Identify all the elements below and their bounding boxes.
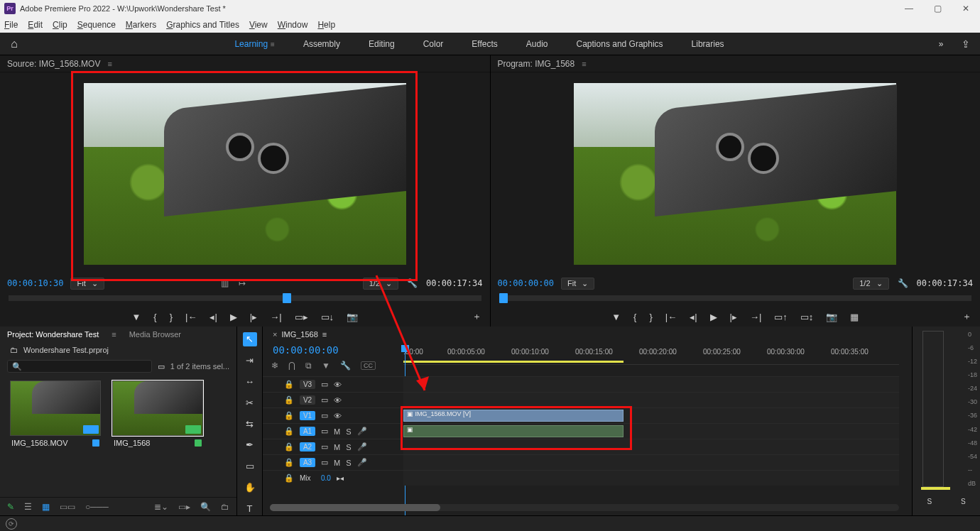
- timeline-menu-icon[interactable]: ≡: [322, 330, 327, 339]
- source-insert-icon[interactable]: ↦: [239, 278, 246, 288]
- source-menu-icon[interactable]: ≡: [107, 60, 111, 68]
- source-fit-dropdown[interactable]: Fit ⌄: [70, 278, 104, 290]
- in-icon[interactable]: {: [153, 312, 156, 322]
- program-fit-dropdown[interactable]: Fit ⌄: [561, 278, 594, 290]
- bin-item-2[interactable]: IMG_1568: [112, 381, 203, 491]
- menu-file[interactable]: File: [4, 20, 18, 30]
- window-close-button[interactable]: ✕: [952, 4, 980, 13]
- lift-icon[interactable]: ▭↑: [774, 312, 788, 322]
- selection-tool[interactable]: ↖: [243, 332, 257, 346]
- program-menu-icon[interactable]: ≡: [582, 60, 586, 68]
- solo-left[interactable]: S: [927, 498, 932, 505]
- menu-graphics[interactable]: Graphics and Titles: [166, 20, 239, 30]
- marker-icon[interactable]: ▼: [131, 312, 141, 322]
- timeline-timecode[interactable]: 00:00:00:00: [273, 344, 339, 356]
- source-res-dropdown[interactable]: 1/2 ⌄: [363, 278, 398, 290]
- sort-icon[interactable]: ≣⌄: [154, 502, 168, 512]
- play-icon[interactable]: ▶: [710, 312, 717, 322]
- share-button[interactable]: ⇪: [952, 38, 980, 50]
- export-frame-icon[interactable]: 📷: [826, 312, 837, 322]
- track-a3[interactable]: [403, 455, 899, 470]
- source-wrench-icon[interactable]: 🔧: [407, 278, 418, 288]
- marker-add-icon[interactable]: ▼: [322, 361, 330, 371]
- freeform-icon[interactable]: ▭▭: [60, 502, 75, 512]
- source-scrubber[interactable]: [9, 295, 481, 307]
- automate-icon[interactable]: ▭▸: [178, 502, 190, 512]
- track-a2[interactable]: [403, 439, 899, 454]
- workspace-color[interactable]: Color: [423, 39, 444, 49]
- home-button[interactable]: ⌂: [0, 38, 28, 50]
- workspace-overflow[interactable]: »: [930, 39, 952, 49]
- program-wrench-icon[interactable]: 🔧: [898, 278, 908, 288]
- add-btn-icon[interactable]: ＋: [472, 310, 481, 323]
- marker-icon[interactable]: ▼: [611, 312, 621, 322]
- program-scrubber[interactable]: [499, 295, 972, 307]
- program-preview[interactable]: [491, 72, 981, 275]
- track-mix[interactable]: [403, 471, 899, 486]
- window-maximize-button[interactable]: ▢: [923, 4, 952, 13]
- overwrite-icon[interactable]: ▭↓: [321, 312, 334, 322]
- compare-icon[interactable]: ▦: [850, 312, 859, 322]
- program-timecode[interactable]: 00:00:00:00: [498, 278, 554, 288]
- menu-clip[interactable]: Clip: [53, 20, 67, 30]
- workspace-libraries[interactable]: Libraries: [692, 39, 724, 49]
- rect-tool[interactable]: ▭: [243, 459, 257, 473]
- goto-in-icon[interactable]: |←: [665, 312, 677, 322]
- zoom-slider[interactable]: ○───: [85, 502, 109, 512]
- insert-icon[interactable]: ▭▸: [295, 312, 308, 322]
- source-preview[interactable]: [0, 72, 490, 275]
- linked-sel-icon[interactable]: ⧉: [305, 361, 312, 371]
- find-icon[interactable]: 🔍: [200, 502, 211, 512]
- extract-icon[interactable]: ▭↕: [800, 312, 814, 322]
- pen-tool[interactable]: ✒: [243, 438, 257, 452]
- out-icon[interactable]: }: [649, 312, 652, 322]
- source-settings-icon[interactable]: ▥: [221, 278, 229, 288]
- goto-in-icon[interactable]: |←: [185, 312, 197, 322]
- out-icon[interactable]: }: [170, 312, 173, 322]
- program-res-dropdown[interactable]: 1/2 ⌄: [853, 278, 888, 290]
- cc-sync-icon[interactable]: ⟳: [6, 518, 17, 530]
- workspace-captions[interactable]: Captions and Graphics: [577, 39, 663, 49]
- in-icon[interactable]: {: [633, 312, 636, 322]
- add-btn-icon[interactable]: ＋: [962, 310, 971, 323]
- project-menu-icon[interactable]: ≡: [111, 330, 116, 339]
- step-fwd-icon[interactable]: |▸: [730, 312, 737, 322]
- pen-icon[interactable]: ✎: [7, 502, 14, 512]
- sequence-name[interactable]: IMG_1568: [281, 330, 317, 339]
- workspace-editing[interactable]: Editing: [369, 39, 395, 49]
- meter-bar[interactable]: [922, 331, 944, 487]
- workspace-audio[interactable]: Audio: [526, 39, 548, 49]
- track-a1[interactable]: ▣: [403, 424, 899, 439]
- menu-markers[interactable]: Markers: [126, 20, 156, 30]
- project-search-input[interactable]: [7, 360, 152, 373]
- goto-out-icon[interactable]: →|: [750, 312, 761, 322]
- hand-tool[interactable]: ✋: [243, 480, 257, 494]
- menu-help[interactable]: Help: [317, 20, 335, 30]
- bin-item-1[interactable]: IMG_1568.MOV: [10, 381, 101, 491]
- work-area[interactable]: [403, 361, 624, 363]
- step-back-icon[interactable]: ◂|: [690, 312, 697, 322]
- step-fwd-icon[interactable]: |▸: [250, 312, 257, 322]
- workspace-learning[interactable]: Learning≡: [234, 39, 275, 49]
- menu-view[interactable]: View: [249, 20, 268, 30]
- type-tool[interactable]: T: [243, 501, 257, 515]
- workspace-assembly[interactable]: Assembly: [303, 39, 340, 49]
- magnet-icon[interactable]: ⋂: [288, 361, 295, 371]
- timeline-ruler[interactable]: :00:00 00:00:05:00 00:00:10:00 00:00:15:…: [403, 345, 899, 365]
- filter-icon[interactable]: ▭: [158, 362, 165, 371]
- source-timecode[interactable]: 00:00:10:30: [7, 278, 63, 288]
- window-minimize-button[interactable]: —: [895, 4, 923, 13]
- tab-project[interactable]: Project: Wondershare Test: [7, 330, 99, 339]
- menu-sequence[interactable]: Sequence: [77, 20, 116, 30]
- step-back-icon[interactable]: ◂|: [209, 312, 217, 322]
- track-v3[interactable]: [403, 377, 899, 392]
- play-icon[interactable]: ▶: [230, 312, 237, 322]
- tab-media-browser[interactable]: Media Browser: [129, 330, 181, 339]
- slip-tool[interactable]: ⇆: [243, 417, 257, 431]
- settings-icon[interactable]: 🔧: [340, 361, 351, 371]
- goto-out-icon[interactable]: →|: [270, 312, 281, 322]
- razor-tool[interactable]: ✂: [243, 395, 257, 410]
- clip-audio[interactable]: ▣: [403, 425, 624, 437]
- new-bin-icon[interactable]: 🗀: [221, 502, 229, 512]
- menu-window[interactable]: Window: [278, 20, 308, 30]
